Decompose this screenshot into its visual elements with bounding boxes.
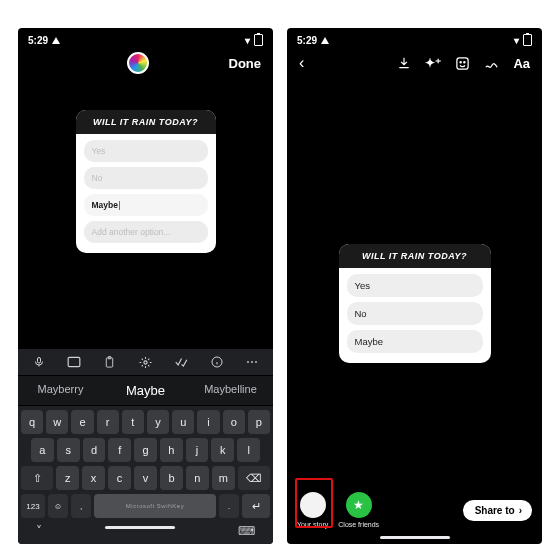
key-enter[interactable]: ↵ [242,494,270,518]
poll-option-2-input[interactable]: No [84,167,208,189]
wifi-icon: ▾ [514,35,519,46]
key-j[interactable]: j [186,438,209,462]
nav-collapse-icon[interactable]: ˅ [36,524,42,538]
key-q[interactable]: q [21,410,43,434]
poll-question: WILL IT RAIN TODAY? [339,244,491,268]
chevron-right-icon: › [519,505,522,516]
poll-option-2[interactable]: No [347,302,483,325]
key-b[interactable]: b [160,466,183,490]
close-friends-button[interactable]: ★ Close friends [338,492,379,528]
kb-more-icon[interactable]: ⋯ [243,354,261,370]
kb-gif-icon[interactable] [65,354,83,370]
back-button[interactable]: ‹ [299,54,304,72]
key-d[interactable]: d [83,438,106,462]
nav-keyboard-switch-icon[interactable]: ⌨ [238,524,255,538]
key-row-1: q w e r t y u i o p [21,410,270,434]
annotation-highlight-box [295,478,333,528]
svg-point-7 [460,61,461,62]
kb-settings-icon[interactable] [136,354,154,370]
key-u[interactable]: u [172,410,194,434]
key-x[interactable]: x [82,466,105,490]
poll-add-option-input[interactable]: Add another option... [84,221,208,243]
poll-option-3[interactable]: Maybe [347,330,483,353]
key-shift[interactable]: ⇧ [21,466,53,490]
key-y[interactable]: y [147,410,169,434]
key-period[interactable]: . [219,494,239,518]
close-friends-label: Close friends [338,521,379,528]
key-w[interactable]: w [46,410,68,434]
key-m[interactable]: m [212,466,235,490]
key-e[interactable]: e [71,410,93,434]
key-v[interactable]: v [134,466,157,490]
key-k[interactable]: k [211,438,234,462]
key-row-3: ⇧ z x c v b n m ⌫ [21,466,270,490]
home-indicator[interactable] [380,536,450,539]
key-o[interactable]: o [223,410,245,434]
story-top-toolbar: ‹ ✦⁺ Aa [287,48,542,74]
key-t[interactable]: t [122,410,144,434]
text-tool-button[interactable]: Aa [513,56,530,71]
key-comma[interactable]: , [71,494,91,518]
done-button[interactable]: Done [229,56,262,71]
key-c[interactable]: c [108,466,131,490]
suggestion-left[interactable]: Mayberry [18,376,103,405]
soft-keyboard[interactable]: ⋯ Mayberry Maybe Maybelline q w e r t y … [18,349,273,544]
text-caret [119,201,120,210]
editor-toolbar: Done [18,48,273,82]
key-a[interactable]: a [31,438,54,462]
nav-bar: ˅ ⌨ [18,520,273,544]
key-f[interactable]: f [108,438,131,462]
poll-sticker[interactable]: WILL IT RAIN TODAY? Yes No Maybe Add ano… [76,110,216,253]
battery-icon [254,34,263,46]
phone-left-story-poll-edit: 5:29 ▾ Done WILL IT RAIN TODAY? Yes No M… [18,28,273,544]
home-indicator[interactable] [105,526,175,529]
keyboard-suggestions: Mayberry Maybe Maybelline [18,375,273,406]
svg-point-4 [144,360,147,363]
poll-sticker[interactable]: WILL IT RAIN TODAY? Yes No Maybe [339,244,491,363]
poll-question[interactable]: WILL IT RAIN TODAY? [76,110,216,134]
kb-check-icon[interactable] [172,354,190,370]
svg-rect-1 [69,357,81,366]
phone-right-story-share: 5:29 ▾ ‹ ✦⁺ Aa WILL IT RAIN TODAY? Yes N… [287,28,542,544]
draw-icon[interactable] [484,56,499,71]
sticker-icon[interactable] [455,56,470,71]
share-to-button[interactable]: Share to › [463,500,532,521]
poll-option-1[interactable]: Yes [347,274,483,297]
story-canvas[interactable]: WILL IT RAIN TODAY? Yes No Maybe [287,74,542,482]
battery-icon [523,34,532,46]
download-icon[interactable] [397,56,411,70]
story-canvas[interactable]: WILL IT RAIN TODAY? Yes No Maybe Add ano… [18,82,273,349]
key-space[interactable]: Microsoft SwiftKey [94,494,216,518]
key-n[interactable]: n [186,466,209,490]
suggestion-mid[interactable]: Maybe [103,376,188,405]
key-p[interactable]: p [248,410,270,434]
clock: 5:29 [297,35,317,46]
suggestion-right[interactable]: Maybelline [188,376,273,405]
key-row-4: 123 ☺ , Microsoft SwiftKey . ↵ [21,494,270,518]
keyboard-utility-row: ⋯ [18,349,273,375]
poll-option-3-value: Maybe [92,200,118,210]
key-l[interactable]: l [237,438,260,462]
key-emoji[interactable]: ☺ [48,494,68,518]
close-friends-star-icon: ★ [346,492,372,518]
key-i[interactable]: i [197,410,219,434]
kb-mic-icon[interactable] [30,354,48,370]
share-to-label: Share to [475,505,515,516]
kb-info-icon[interactable] [208,354,226,370]
status-bar: 5:29 ▾ [287,28,542,48]
key-g[interactable]: g [134,438,157,462]
key-z[interactable]: z [56,466,79,490]
key-numbers[interactable]: 123 [21,494,45,518]
effects-icon[interactable]: ✦⁺ [425,56,441,70]
color-picker-ring-icon[interactable] [127,52,149,74]
key-s[interactable]: s [57,438,80,462]
key-r[interactable]: r [97,410,119,434]
poll-option-3-input[interactable]: Maybe [84,194,208,216]
warning-icon [52,37,60,44]
svg-rect-6 [457,57,468,68]
status-bar: 5:29 ▾ [18,28,273,48]
kb-clipboard-icon[interactable] [101,354,119,370]
poll-option-1-input[interactable]: Yes [84,140,208,162]
key-backspace[interactable]: ⌫ [238,466,270,490]
key-h[interactable]: h [160,438,183,462]
